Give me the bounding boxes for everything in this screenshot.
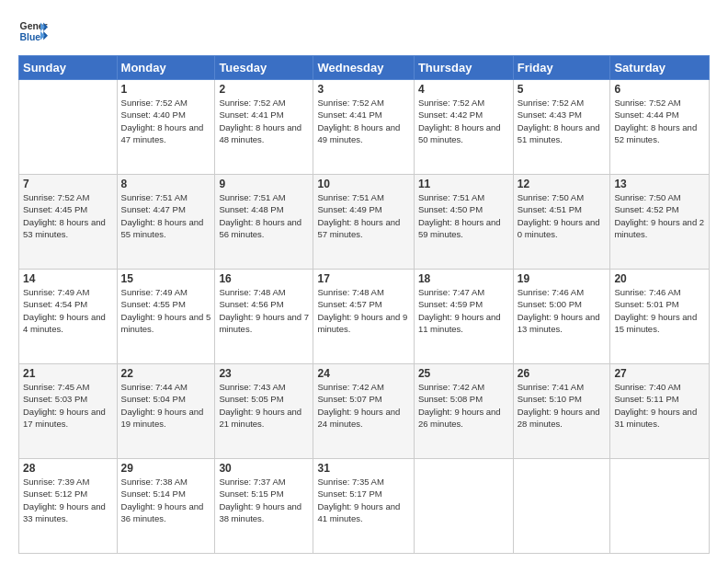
cell-info: Sunrise: 7:52 AMSunset: 4:41 PMDaylight:… (219, 97, 309, 145)
cell-info: Sunrise: 7:52 AMSunset: 4:45 PMDaylight:… (23, 191, 113, 240)
calendar-cell: 29Sunrise: 7:38 AMSunset: 5:14 PMDayligh… (117, 459, 215, 554)
calendar-week-row: 28Sunrise: 7:39 AMSunset: 5:12 PMDayligh… (19, 459, 710, 554)
calendar-cell: 21Sunrise: 7:45 AMSunset: 5:03 PMDayligh… (19, 364, 118, 459)
calendar-cell (513, 459, 610, 554)
cell-info: Sunrise: 7:51 AMSunset: 4:47 PMDaylight:… (121, 191, 211, 240)
cell-info: Sunrise: 7:51 AMSunset: 4:48 PMDaylight:… (219, 191, 309, 240)
calendar-cell (610, 459, 710, 554)
cell-info: Sunrise: 7:42 AMSunset: 5:08 PMDaylight:… (418, 381, 509, 430)
cell-info: Sunrise: 7:40 AMSunset: 5:11 PMDaylight:… (614, 381, 705, 430)
calendar-cell: 22Sunrise: 7:44 AMSunset: 5:04 PMDayligh… (117, 364, 215, 459)
day-number: 6 (614, 83, 705, 96)
calendar-cell: 3Sunrise: 7:52 AMSunset: 4:41 PMDaylight… (313, 80, 414, 175)
calendar-cell: 31Sunrise: 7:35 AMSunset: 5:17 PMDayligh… (313, 459, 414, 554)
cell-info: Sunrise: 7:50 AMSunset: 4:52 PMDaylight:… (614, 191, 705, 240)
calendar-cell: 12Sunrise: 7:50 AMSunset: 4:51 PMDayligh… (513, 175, 610, 270)
cell-info: Sunrise: 7:52 AMSunset: 4:44 PMDaylight:… (614, 97, 705, 145)
calendar-cell: 14Sunrise: 7:49 AMSunset: 4:54 PMDayligh… (19, 270, 118, 364)
calendar-cell: 1Sunrise: 7:52 AMSunset: 4:40 PMDaylight… (117, 80, 215, 175)
day-number: 4 (418, 83, 509, 96)
day-number: 30 (219, 462, 309, 475)
cell-info: Sunrise: 7:46 AMSunset: 5:00 PMDaylight:… (518, 286, 607, 335)
calendar-week-row: 1Sunrise: 7:52 AMSunset: 4:40 PMDaylight… (19, 80, 710, 175)
calendar-cell: 28Sunrise: 7:39 AMSunset: 5:12 PMDayligh… (19, 459, 118, 554)
calendar-cell: 5Sunrise: 7:52 AMSunset: 4:43 PMDaylight… (513, 80, 610, 175)
calendar-cell (414, 459, 513, 554)
day-number: 3 (317, 83, 409, 96)
cell-info: Sunrise: 7:43 AMSunset: 5:05 PMDaylight:… (219, 381, 309, 430)
weekday-header-sunday: Sunday (19, 56, 118, 80)
cell-info: Sunrise: 7:52 AMSunset: 4:42 PMDaylight:… (418, 97, 509, 145)
calendar-cell: 30Sunrise: 7:37 AMSunset: 5:15 PMDayligh… (215, 459, 313, 554)
day-number: 14 (23, 272, 113, 285)
calendar-cell: 26Sunrise: 7:41 AMSunset: 5:10 PMDayligh… (513, 364, 610, 459)
day-number: 25 (418, 367, 509, 380)
calendar-cell: 9Sunrise: 7:51 AMSunset: 4:48 PMDaylight… (215, 175, 313, 270)
day-number: 11 (418, 178, 509, 190)
day-number: 24 (317, 367, 409, 380)
day-number: 29 (121, 462, 211, 475)
cell-info: Sunrise: 7:37 AMSunset: 5:15 PMDaylight:… (219, 476, 309, 524)
cell-info: Sunrise: 7:47 AMSunset: 4:59 PMDaylight:… (418, 286, 509, 335)
cell-info: Sunrise: 7:48 AMSunset: 4:57 PMDaylight:… (317, 286, 409, 335)
cell-info: Sunrise: 7:49 AMSunset: 4:54 PMDaylight:… (23, 286, 113, 335)
day-number: 26 (518, 367, 607, 380)
day-number: 23 (219, 367, 309, 380)
calendar-cell: 20Sunrise: 7:46 AMSunset: 5:01 PMDayligh… (610, 270, 710, 364)
calendar-cell: 10Sunrise: 7:51 AMSunset: 4:49 PMDayligh… (313, 175, 414, 270)
day-number: 16 (219, 272, 309, 285)
day-number: 28 (23, 462, 113, 475)
weekday-header-saturday: Saturday (610, 56, 710, 80)
day-number: 13 (614, 178, 705, 190)
cell-info: Sunrise: 7:52 AMSunset: 4:41 PMDaylight:… (317, 97, 409, 145)
calendar-page: General Blue SundayMondayTuesdayWednesda… (0, 0, 728, 563)
cell-info: Sunrise: 7:41 AMSunset: 5:10 PMDaylight:… (518, 381, 607, 430)
calendar-cell: 4Sunrise: 7:52 AMSunset: 4:42 PMDaylight… (414, 80, 513, 175)
weekday-header-monday: Monday (117, 56, 215, 80)
calendar-cell (19, 80, 118, 175)
cell-info: Sunrise: 7:42 AMSunset: 5:07 PMDaylight:… (317, 381, 409, 430)
day-number: 1 (121, 83, 211, 96)
calendar-cell: 19Sunrise: 7:46 AMSunset: 5:00 PMDayligh… (513, 270, 610, 364)
cell-info: Sunrise: 7:51 AMSunset: 4:50 PMDaylight:… (418, 191, 509, 240)
logo-icon: General Blue (18, 17, 48, 46)
svg-text:Blue: Blue (20, 32, 41, 42)
cell-info: Sunrise: 7:44 AMSunset: 5:04 PMDaylight:… (121, 381, 211, 430)
day-number: 2 (219, 83, 309, 96)
calendar-week-row: 21Sunrise: 7:45 AMSunset: 5:03 PMDayligh… (19, 364, 710, 459)
weekday-header-friday: Friday (513, 56, 610, 80)
calendar-cell: 15Sunrise: 7:49 AMSunset: 4:55 PMDayligh… (117, 270, 215, 364)
cell-info: Sunrise: 7:48 AMSunset: 4:56 PMDaylight:… (219, 286, 309, 335)
day-number: 15 (121, 272, 211, 285)
day-number: 22 (121, 367, 211, 380)
calendar-cell: 6Sunrise: 7:52 AMSunset: 4:44 PMDaylight… (610, 80, 710, 175)
calendar-cell: 2Sunrise: 7:52 AMSunset: 4:41 PMDaylight… (215, 80, 313, 175)
day-number: 9 (219, 178, 309, 190)
cell-info: Sunrise: 7:49 AMSunset: 4:55 PMDaylight:… (121, 286, 211, 335)
calendar-cell: 13Sunrise: 7:50 AMSunset: 4:52 PMDayligh… (610, 175, 710, 270)
cell-info: Sunrise: 7:52 AMSunset: 4:40 PMDaylight:… (121, 97, 211, 145)
header: General Blue (18, 17, 710, 46)
calendar-cell: 8Sunrise: 7:51 AMSunset: 4:47 PMDaylight… (117, 175, 215, 270)
weekday-header-thursday: Thursday (414, 56, 513, 80)
cell-info: Sunrise: 7:51 AMSunset: 4:49 PMDaylight:… (317, 191, 409, 240)
weekday-header-wednesday: Wednesday (313, 56, 414, 80)
weekday-header-row: SundayMondayTuesdayWednesdayThursdayFrid… (19, 56, 710, 80)
day-number: 8 (121, 178, 211, 190)
calendar-week-row: 7Sunrise: 7:52 AMSunset: 4:45 PMDaylight… (19, 175, 710, 270)
day-number: 21 (23, 367, 113, 380)
cell-info: Sunrise: 7:50 AMSunset: 4:51 PMDaylight:… (518, 191, 607, 240)
calendar-cell: 17Sunrise: 7:48 AMSunset: 4:57 PMDayligh… (313, 270, 414, 364)
day-number: 7 (23, 178, 113, 190)
day-number: 18 (418, 272, 509, 285)
cell-info: Sunrise: 7:39 AMSunset: 5:12 PMDaylight:… (23, 476, 113, 524)
day-number: 10 (317, 178, 409, 190)
day-number: 5 (518, 83, 607, 96)
cell-info: Sunrise: 7:45 AMSunset: 5:03 PMDaylight:… (23, 381, 113, 430)
cell-info: Sunrise: 7:35 AMSunset: 5:17 PMDaylight:… (317, 476, 409, 524)
calendar-cell: 18Sunrise: 7:47 AMSunset: 4:59 PMDayligh… (414, 270, 513, 364)
day-number: 19 (518, 272, 607, 285)
calendar-cell: 24Sunrise: 7:42 AMSunset: 5:07 PMDayligh… (313, 364, 414, 459)
calendar-cell: 25Sunrise: 7:42 AMSunset: 5:08 PMDayligh… (414, 364, 513, 459)
calendar-cell: 11Sunrise: 7:51 AMSunset: 4:50 PMDayligh… (414, 175, 513, 270)
